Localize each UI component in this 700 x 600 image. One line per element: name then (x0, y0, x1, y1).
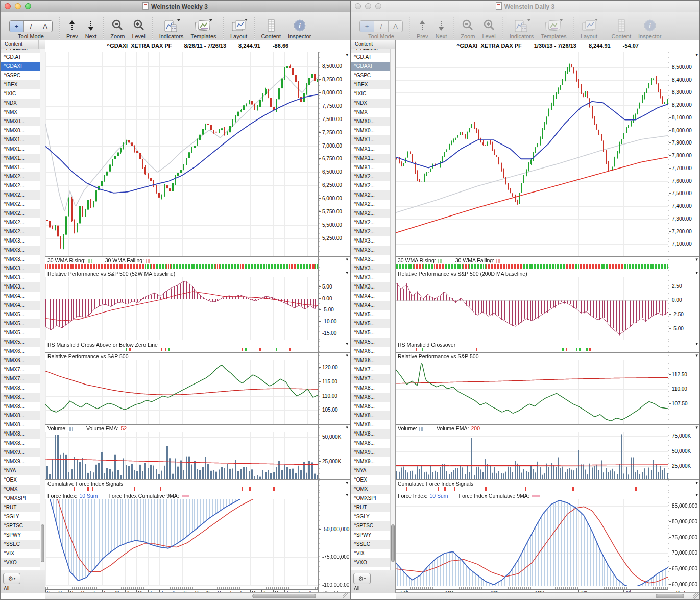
layout-button[interactable]: Layout (581, 15, 598, 39)
rp-hist-canvas[interactable] (396, 277, 668, 340)
templates-button[interactable]: Templates (190, 15, 216, 39)
sidebar-item-nmx2[interactable]: ^NMX2... (351, 200, 395, 209)
sidebar-item-nmx3[interactable]: ^NMX3... (1, 246, 45, 255)
text-tool-button[interactable]: A (389, 21, 402, 32)
sidebar-item-nmx8[interactable]: ^NMX8... (351, 439, 395, 448)
sidebar-item-nmx4[interactable]: ^NMX4... (351, 292, 395, 301)
sidebar-item-nmx1[interactable]: ^NMX1... (351, 145, 395, 154)
sidebar-item-gspc[interactable]: ^GSPC (351, 71, 395, 80)
sidebar-item-gspc[interactable]: ^GSPC (1, 71, 45, 80)
zoom-in-button[interactable]: Level (482, 15, 495, 39)
price-chart-canvas[interactable] (396, 52, 668, 256)
gear-button[interactable]: ⚙▾ (353, 573, 371, 584)
panel-menu-icon[interactable]: ▾ (346, 425, 348, 430)
sidebar-item-gdat[interactable]: ^GD.AT (1, 53, 45, 62)
cfi-canvas[interactable] (396, 487, 668, 491)
panel-menu-icon[interactable]: ▾ (695, 492, 698, 497)
sidebar-item-sgly[interactable]: ^SGLY (1, 512, 45, 521)
panel-menu-icon[interactable]: ▾ (346, 492, 348, 497)
sidebar-item-omx[interactable]: ^OMX (1, 485, 45, 494)
zoom-out-button[interactable]: Zoom (461, 15, 475, 39)
sidebar-item-nmx9[interactable]: ^NMX9... (351, 457, 395, 466)
trendline-tool-button[interactable]: / (24, 21, 38, 32)
sidebar-item-nmx8[interactable]: ^NMX8... (351, 383, 395, 393)
sidebar-item-nmx3[interactable]: ^NMX3... (1, 236, 45, 246)
force-index-canvas[interactable] (45, 499, 319, 586)
sidebar-item-nmx2[interactable]: ^NMX2... (1, 218, 45, 227)
panel-menu-icon[interactable]: ▾ (695, 270, 698, 275)
content-button[interactable]: Content (261, 15, 281, 39)
sidebar-item-rut[interactable]: ^RUT (1, 503, 45, 512)
sidebar-item-nmx3[interactable]: ^NMX3... (1, 264, 45, 273)
text-tool-button[interactable]: A (38, 21, 52, 32)
sidebar-item-nmx2[interactable]: ^NMX2... (351, 181, 395, 190)
sidebar-item-nmx8[interactable]: ^NMX8... (1, 439, 45, 448)
sidebar-item-sptsc[interactable]: ^SPTSC (1, 521, 45, 531)
zoom-in-button[interactable]: Level (132, 15, 145, 39)
sidebar-item-ibex[interactable]: ^IBEX (351, 80, 395, 89)
sidebar-item-gdaxi[interactable]: ^GDAXI (351, 62, 395, 71)
layout-button[interactable]: Layout (230, 15, 248, 39)
sidebar-item-nmx8[interactable]: ^NMX8... (351, 402, 395, 411)
rs-line-canvas[interactable] (396, 360, 668, 424)
rs-line-canvas[interactable] (45, 360, 319, 424)
sidebar-item-nmx1[interactable]: ^NMX1... (1, 163, 45, 172)
sidebar-item-ftsem[interactable]: ^FTSEM... (351, 49, 395, 53)
sidebar-item-nmx8[interactable]: ^NMX8... (1, 393, 45, 402)
gear-button[interactable]: ⚙▾ (3, 573, 20, 584)
sidebar-item-nmx3[interactable]: ^NMX3... (1, 273, 45, 282)
wma-strip-canvas[interactable] (396, 263, 668, 269)
sidebar-item-sptsc[interactable]: ^SPTSC (351, 521, 395, 531)
sidebar-item-nmx8[interactable]: ^NMX8... (1, 383, 45, 393)
sidebar-item-ssec[interactable]: ^SSEC (1, 540, 45, 549)
sidebar-item-nmx0[interactable]: ^NMX0... (351, 117, 395, 126)
sidebar-item-nmx0[interactable]: ^NMX0... (351, 126, 395, 135)
sidebar-item-nmx4[interactable]: ^NMX4... (1, 301, 45, 310)
sidebar-item-nmx2[interactable]: ^NMX2... (351, 172, 395, 181)
hscroll-thumb[interactable] (252, 594, 316, 598)
sidebar-item-nmx4[interactable]: ^NMX4... (1, 292, 45, 301)
sidebar-item-oex[interactable]: ^OEX (1, 475, 45, 485)
sidebar-item-nmx3[interactable]: ^NMX3... (351, 264, 395, 273)
sidebar-item-gdaxi[interactable]: ^GDAXI (1, 62, 45, 71)
sidebar-scrollbar-thumb[interactable] (41, 524, 44, 562)
next-button[interactable]: Next (85, 15, 97, 39)
sidebar-item-ndx[interactable]: ^NDX (351, 99, 395, 108)
sidebar-item-nmx1[interactable]: ^NMX1... (351, 154, 395, 163)
sidebar-item-nmx8[interactable]: ^NMX8... (1, 402, 45, 411)
sidebar-scrollbar-thumb[interactable] (391, 524, 395, 562)
sidebar-item-nmx2[interactable]: ^NMX2... (351, 209, 395, 218)
titlebar[interactable]: Weinstein Weekly 3 (1, 1, 350, 12)
sidebar-item-nmx3[interactable]: ^NMX3... (1, 255, 45, 264)
prev-button[interactable]: Prev (66, 15, 78, 39)
sidebar-item-nmx8[interactable]: ^NMX8... (351, 411, 395, 420)
trendline-tool-button[interactable]: / (374, 21, 389, 32)
crosshair-tool-button[interactable]: + (360, 21, 374, 32)
panel-menu-icon[interactable]: ▾ (346, 341, 348, 346)
sidebar-scrollbar[interactable] (40, 49, 45, 571)
sidebar-item-nmx8[interactable]: ^NMX8... (351, 393, 395, 402)
sidebar-item-vxo[interactable]: ^VXO (351, 558, 395, 567)
panel-menu-icon[interactable]: ▾ (346, 257, 348, 262)
sidebar-item-nmx6[interactable]: ^NMX6... (1, 356, 45, 365)
sidebar-item-nmx3[interactable]: ^NMX3... (1, 282, 45, 292)
sidebar-scrollbar[interactable] (390, 49, 395, 571)
rp-hist-canvas[interactable] (45, 277, 319, 340)
panel-menu-icon[interactable]: ▾ (346, 270, 348, 275)
sidebar-filter-label[interactable]: All (4, 586, 9, 591)
sidebar-item-nya[interactable]: ^NYA (351, 466, 395, 475)
sidebar-item-nmx5[interactable]: ^NMX5... (351, 310, 395, 319)
panel-menu-icon[interactable]: ▾ (695, 257, 698, 262)
sidebar-item-rut[interactable]: ^RUT (351, 503, 395, 512)
panel-menu-icon[interactable]: ▾ (695, 341, 698, 346)
sidebar-filter-label[interactable]: All (354, 586, 359, 591)
sidebar-item-nmx2[interactable]: ^NMX2... (351, 227, 395, 236)
sidebar-item-nmx2[interactable]: ^NMX2... (1, 181, 45, 190)
sidebar-item-nmx1[interactable]: ^NMX1... (1, 154, 45, 163)
panel-menu-icon[interactable]: ▾ (695, 425, 698, 430)
wma-strip-canvas[interactable] (45, 263, 319, 269)
sidebar-item-nmx0[interactable]: ^NMX0... (1, 126, 45, 135)
sidebar-item-nmx2[interactable]: ^NMX2... (1, 227, 45, 236)
sidebar-item-nmx3[interactable]: ^NMX3... (351, 236, 395, 246)
sidebar-item-nmx4[interactable]: ^NMX4... (351, 301, 395, 310)
